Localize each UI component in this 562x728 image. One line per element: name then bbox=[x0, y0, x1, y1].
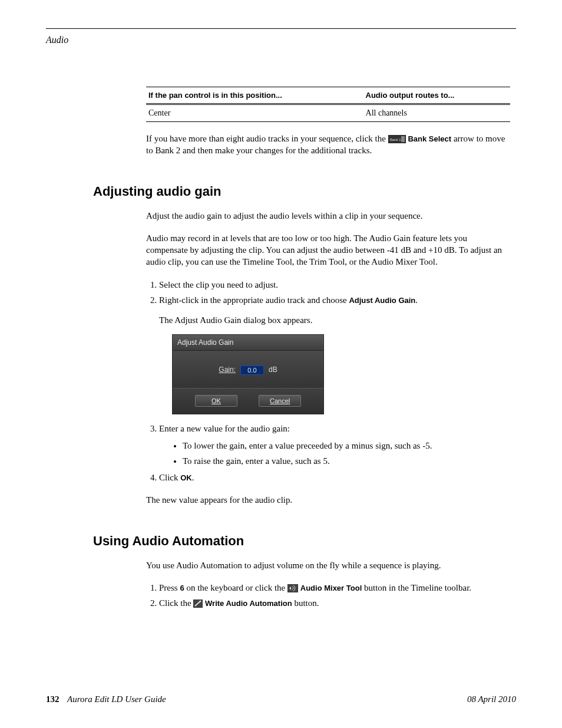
adjust-audio-gain-command: Adjust Audio Gain bbox=[349, 296, 415, 305]
write-audio-automation-icon bbox=[193, 599, 203, 608]
gain-intro-1: Adjust the audio gain to adjust the audi… bbox=[146, 210, 510, 222]
bank-select-paragraph: If you have more than eight audio tracks… bbox=[146, 133, 510, 157]
automation-intro: You use Audio Automation to adjust volum… bbox=[146, 559, 510, 571]
step-3-bullets: To lower the gain, enter a value preceed… bbox=[159, 440, 510, 467]
bullet-lower-gain: To lower the gain, enter a value preceed… bbox=[183, 440, 510, 452]
text: on the keyboard or click the bbox=[184, 583, 287, 592]
table-cell-position: Center bbox=[146, 104, 363, 122]
bank-select-label: Bank Select bbox=[408, 134, 451, 143]
svg-rect-3 bbox=[287, 584, 298, 592]
text: Enter a new value for the audio gain: bbox=[159, 424, 290, 433]
gain-unit: dB bbox=[269, 365, 277, 374]
page-number: 132 bbox=[46, 694, 59, 704]
heading-using-audio-automation: Using Audio Automation bbox=[93, 533, 516, 549]
step-2: Right-click in the appropriate audio tra… bbox=[159, 294, 510, 415]
svg-text:Bank 1: Bank 1 bbox=[390, 138, 401, 141]
table-header-position: If the pan control is in this position..… bbox=[146, 87, 363, 104]
automation-steps: Press 6 on the keyboard or click the Aud… bbox=[146, 582, 510, 610]
book-title: Aurora Edit LD User Guide bbox=[67, 694, 166, 704]
text: button. bbox=[292, 598, 319, 608]
text: . bbox=[415, 295, 418, 305]
table-row: Center All channels bbox=[146, 104, 510, 122]
dialog-body: Gain: dB bbox=[173, 351, 323, 387]
key-6: 6 bbox=[180, 584, 184, 592]
step-3: Enter a new value for the audio gain: To… bbox=[159, 423, 510, 467]
dialog-title: Adjust Audio Gain bbox=[173, 335, 323, 351]
adjust-audio-gain-dialog: Adjust Audio Gain Gain: dB OK Cancel bbox=[172, 334, 324, 414]
write-audio-automation-label: Write Audio Automation bbox=[205, 599, 292, 608]
gain-closing: The new value appears for the audio clip… bbox=[146, 494, 510, 506]
auto-step-2: Click the Write Audio Automation button. bbox=[159, 597, 510, 609]
heading-adjusting-audio-gain: Adjusting audio gain bbox=[93, 184, 516, 199]
page-footer: 132 Aurora Edit LD User Guide 08 April 2… bbox=[46, 694, 516, 704]
dialog-footer: OK Cancel bbox=[173, 388, 323, 414]
gain-steps: Select the clip you need to adjust. Righ… bbox=[146, 279, 510, 484]
text: Click the bbox=[159, 598, 193, 608]
svg-rect-1 bbox=[401, 136, 405, 142]
text: If you have more than eight audio tracks… bbox=[146, 134, 388, 143]
text: . bbox=[192, 473, 194, 482]
pan-routing-table: If the pan control is in this position..… bbox=[146, 87, 510, 122]
table-cell-routes: All channels bbox=[363, 104, 510, 122]
step-2-result: The Adjust Audio Gain dialog box appears… bbox=[159, 314, 510, 326]
text: button in the Timeline toolbar. bbox=[362, 583, 471, 592]
gain-intro-2: Audio may record in at levels that are t… bbox=[146, 232, 510, 268]
table-header-routes: Audio output routes to... bbox=[363, 87, 510, 104]
step-4: Click OK. bbox=[159, 472, 510, 483]
ok-label: OK bbox=[180, 473, 192, 482]
auto-step-1: Press 6 on the keyboard or click the Aud… bbox=[159, 582, 510, 594]
bullet-raise-gain: To raise the gain, enter a value, such a… bbox=[183, 455, 510, 467]
step-1: Select the clip you need to adjust. bbox=[159, 279, 510, 291]
text: Press bbox=[159, 583, 180, 592]
svg-point-5 bbox=[200, 601, 201, 602]
text: Click bbox=[159, 473, 180, 482]
audio-mixer-tool-icon bbox=[287, 584, 298, 592]
text: Right-click in the appropriate audio tra… bbox=[159, 295, 349, 305]
footer-date: 08 April 2010 bbox=[467, 694, 516, 704]
gain-label: Gain: bbox=[219, 365, 236, 374]
audio-mixer-tool-label: Audio Mixer Tool bbox=[300, 584, 362, 592]
gain-input[interactable] bbox=[240, 365, 264, 375]
cancel-button[interactable]: Cancel bbox=[259, 395, 301, 407]
bank-select-icon: Bank 1 bbox=[388, 135, 406, 143]
ok-button[interactable]: OK bbox=[195, 395, 237, 407]
running-head: Audio bbox=[46, 35, 516, 45]
